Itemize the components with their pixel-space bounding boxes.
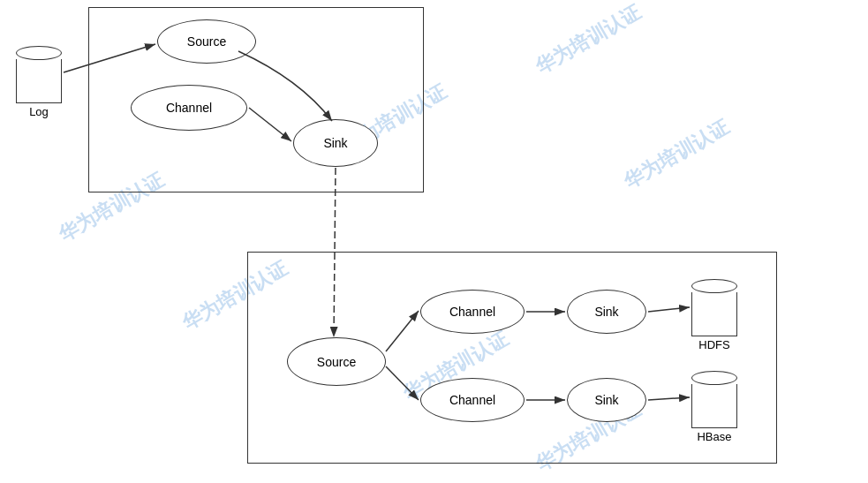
hdfs-cylinder: HDFS (691, 279, 737, 351)
sink-bottom1-label: Sink (594, 305, 618, 319)
hbase-label: HBase (697, 430, 731, 443)
sink-bottom1-ellipse: Sink (567, 290, 646, 334)
hdfs-label: HDFS (698, 338, 729, 351)
cylinder-top (16, 46, 62, 60)
source-top-label: Source (187, 34, 226, 49)
watermark-2: 华为培训认证 (531, 0, 645, 80)
diagram-container: 华为培训认证 华为培训认证 华为培训认证 华为培训认证 华为培训认证 华为培训认… (0, 0, 868, 483)
hbase-cylinder-body (691, 384, 737, 428)
sink-bottom2-label: Sink (594, 393, 618, 407)
sink-bottom2-ellipse: Sink (567, 378, 646, 422)
channel-bottom2-ellipse: Channel (420, 378, 525, 422)
hbase-cylinder: HBase (691, 371, 737, 443)
sink-top-ellipse: Sink (293, 119, 378, 167)
channel-top-label: Channel (166, 101, 212, 115)
cylinder-body (16, 59, 62, 103)
source-top-ellipse: Source (157, 19, 256, 64)
watermark-6: 华为培训认证 (619, 114, 733, 195)
source-bottom-label: Source (317, 355, 356, 369)
log-label: Log (29, 105, 49, 118)
hbase-cylinder-top (691, 371, 737, 385)
channel-bottom2-label: Channel (449, 393, 495, 407)
source-bottom-ellipse: Source (287, 337, 386, 386)
hdfs-cylinder-top (691, 279, 737, 293)
channel-bottom1-label: Channel (449, 305, 495, 319)
hdfs-cylinder-body (691, 292, 737, 336)
channel-top-ellipse: Channel (131, 85, 247, 131)
log-cylinder: Log (16, 46, 62, 118)
channel-bottom1-ellipse: Channel (420, 290, 525, 334)
sink-top-label: Sink (323, 136, 347, 150)
